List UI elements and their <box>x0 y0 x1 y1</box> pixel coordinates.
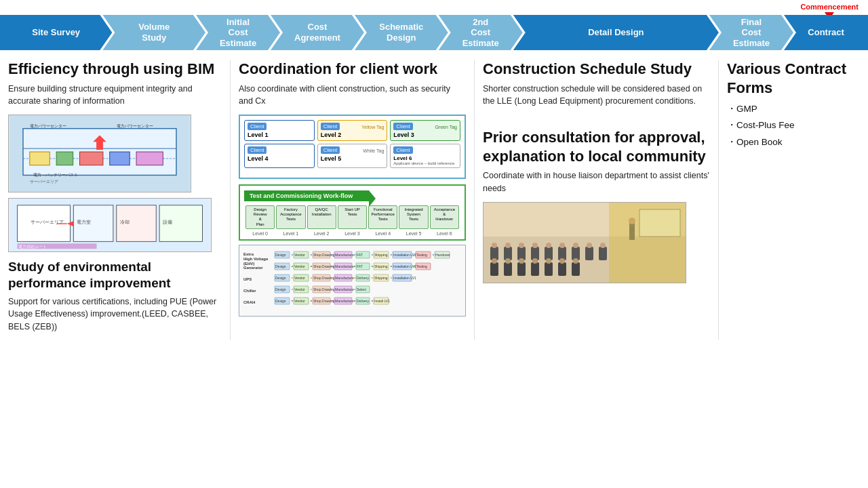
svg-text:UPS: UPS <box>243 277 252 281</box>
svg-marker-59 <box>290 266 294 267</box>
svg-marker-107 <box>309 289 313 290</box>
contract-list: GMP Cost-Plus Fee Open Book <box>727 101 860 150</box>
svg-text:Install LV1: Install LV1 <box>374 299 390 303</box>
phase-detail-design[interactable]: Detail Design <box>513 15 719 50</box>
svg-marker-95 <box>370 277 374 279</box>
wf-step-4: FunctionalPerformanceTests <box>368 205 397 229</box>
contract-item-open-book: Open Book <box>727 134 860 150</box>
bim-body: Ensure building structure equipment inte… <box>8 83 222 108</box>
phase-schematic-design[interactable]: SchematicDesign <box>355 15 448 50</box>
client-title: Coordination for client work <box>239 60 466 79</box>
flowchart-svg: Extra High Voltage (EHV) Design Vendor S… <box>242 248 451 310</box>
svg-point-157 <box>519 243 524 248</box>
workflow-title-badge: Test and Commissioning Work-flow <box>244 190 369 201</box>
svg-rect-5 <box>56 152 73 165</box>
svg-text:Delivery: Delivery <box>357 276 370 280</box>
svg-rect-152 <box>545 262 553 276</box>
svg-point-161 <box>573 243 578 248</box>
workflow-header: Test and Commissioning Work-flow <box>243 188 462 203</box>
svg-rect-147 <box>599 247 607 260</box>
svg-text:電力室: 電力室 <box>77 220 91 224</box>
svg-marker-122 <box>309 300 313 302</box>
workflow-container: Test and Commissioning Work-flow DesignR… <box>239 184 466 241</box>
svg-rect-154 <box>572 262 580 276</box>
wf-step-6: Acceptance&Handover <box>430 205 459 229</box>
workflow-steps: DesignReview&Plan FactoryAcceptanceTests… <box>245 205 459 229</box>
construction-title: Construction Schedule Study <box>483 60 710 79</box>
svg-text:Vendor: Vendor <box>294 253 305 257</box>
level-card-4: Client Level 4 <box>244 144 315 168</box>
svg-point-158 <box>532 243 538 248</box>
level-card-6: Client Level 6 Applicant device – build … <box>390 144 460 168</box>
svg-marker-104 <box>290 289 294 290</box>
phase-final-cost[interactable]: FinalCostEstimate <box>709 15 793 50</box>
phase-2nd-cost[interactable]: 2ndCostEstimate <box>439 15 523 50</box>
svg-text:設備: 設備 <box>163 220 172 224</box>
col-bim: Efficiency through using BIM Ensure buil… <box>0 60 231 340</box>
construction-body: Shorter construction schedule will be co… <box>483 83 710 108</box>
svg-text:Shop Drawing: Shop Drawing <box>313 264 335 268</box>
svg-text:Design: Design <box>275 299 286 303</box>
svg-rect-151 <box>531 262 539 276</box>
phase-cost-agreement[interactable]: CostAgreement <box>271 15 364 50</box>
svg-text:Shipping: Shipping <box>374 264 388 268</box>
level-card-3: Client Green Tag Level 3 <box>390 120 460 141</box>
svg-rect-7 <box>110 152 130 165</box>
svg-text:Extra: Extra <box>243 252 254 256</box>
svg-text:Handover: Handover <box>435 253 450 257</box>
svg-text:Vendor: Vendor <box>294 276 305 280</box>
bim-title: Efficiency through using BIM <box>8 60 222 79</box>
phase-contract[interactable]: Contract <box>784 15 868 50</box>
svg-text:Chiller: Chiller <box>243 289 256 293</box>
env-body: Support for various certifications, incl… <box>8 296 222 333</box>
svg-rect-8 <box>136 152 163 165</box>
wf-step-2: QA/QCInstallation <box>307 205 336 229</box>
svg-rect-146 <box>585 247 593 260</box>
svg-point-170 <box>573 258 578 264</box>
col-contract: Various Contract Forms GMP Cost-Plus Fee… <box>719 60 868 340</box>
svg-marker-83 <box>290 277 294 279</box>
svg-text:FAT: FAT <box>357 253 363 257</box>
contract-item-cost-plus: Cost-Plus Fee <box>727 117 860 134</box>
svg-text:Installation LV1: Installation LV1 <box>393 264 416 268</box>
env-title: Study of environmental performance impro… <box>8 259 222 291</box>
phase-volume-study[interactable]: VolumeStudy <box>102 15 205 50</box>
contract-item-gmp: GMP <box>727 101 860 117</box>
svg-text:Testing: Testing <box>416 253 427 257</box>
svg-text:Shop Drawing: Shop Drawing <box>313 287 335 291</box>
phase-site-survey[interactable]: Site Survey <box>0 15 112 50</box>
svg-marker-98 <box>389 277 393 279</box>
prior-consultation-section: Prior consultation for approval, explana… <box>483 128 710 195</box>
wf-step-1: FactoryAcceptanceTests <box>276 205 305 229</box>
svg-text:Design: Design <box>275 253 286 257</box>
svg-text:Shop Drawing: Shop Drawing <box>313 276 335 280</box>
svg-text:Vendor: Vendor <box>294 264 305 268</box>
level-grid: Client Level 1 Client Yellow Tag Level 2… <box>244 120 460 168</box>
svg-text:Manufacture: Manufacture <box>335 253 354 257</box>
phase-initial-cost[interactable]: InitialCostEstimate <box>196 15 280 50</box>
svg-point-164 <box>492 258 497 264</box>
client-body: Also coordinate with client construction… <box>239 83 466 108</box>
svg-point-159 <box>546 243 551 248</box>
svg-marker-32 <box>290 254 294 256</box>
svg-text:Manufacture: Manufacture <box>335 276 354 280</box>
col-construction: Construction Schedule Study Shorter cons… <box>475 60 719 340</box>
bim-floor-plan-image: サーバーエリア 電力室 冷却 設備 電力供給ルート <box>8 198 212 252</box>
svg-text:Delivery: Delivery <box>357 299 370 303</box>
svg-point-160 <box>559 243 565 248</box>
svg-rect-171 <box>609 203 686 283</box>
svg-point-163 <box>600 243 606 248</box>
level-cards-container: Client Level 1 Client Yellow Tag Level 2… <box>239 115 466 179</box>
svg-text:Manufacture: Manufacture <box>335 264 354 268</box>
svg-text:Testing: Testing <box>416 264 427 268</box>
prior-consultation-body: Coordinate with in house liaison departm… <box>483 169 710 195</box>
level-card-1: Client Level 1 <box>244 120 315 141</box>
level-card-2: Client Yellow Tag Level 2 <box>317 120 388 141</box>
svg-rect-6 <box>80 152 103 165</box>
svg-text:Manufacture: Manufacture <box>335 299 354 303</box>
svg-point-156 <box>505 243 511 248</box>
svg-text:High Voltage: High Voltage <box>243 257 269 261</box>
svg-text:CRAH: CRAH <box>243 300 255 304</box>
svg-point-168 <box>546 258 551 264</box>
community-meeting-image <box>483 202 686 283</box>
